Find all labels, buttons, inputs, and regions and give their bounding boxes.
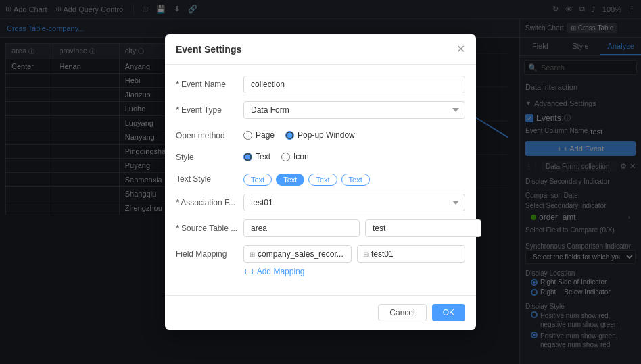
association-row: * Association F... test01 bbox=[176, 194, 465, 211]
source-table-row: * Source Table ... bbox=[176, 219, 465, 237]
text-tag-2[interactable]: Text bbox=[276, 174, 304, 186]
modal-header: Event Settings ✕ bbox=[165, 34, 476, 65]
event-type-row: * Event Type Data Form Link bbox=[176, 101, 465, 119]
modal-footer: Cancel OK bbox=[165, 295, 476, 330]
style-row: Style Text Icon bbox=[176, 149, 465, 162]
style-control: Text Icon bbox=[243, 149, 465, 161]
association-label: * Association F... bbox=[176, 194, 243, 207]
page-label: Page bbox=[256, 130, 275, 140]
text-tag-4[interactable]: Text bbox=[341, 174, 370, 186]
text-radio[interactable] bbox=[243, 153, 252, 161]
text-tag-3[interactable]: Text bbox=[308, 174, 337, 186]
cancel-button[interactable]: Cancel bbox=[378, 304, 426, 321]
source-table-control bbox=[243, 219, 481, 237]
ok-button[interactable]: OK bbox=[432, 304, 465, 321]
modal-body: * Event Name * Event Type Data Form Link bbox=[165, 65, 476, 295]
style-label: Style bbox=[176, 149, 243, 162]
popup-radio[interactable] bbox=[285, 131, 294, 140]
source-table-label: * Source Table ... bbox=[176, 219, 243, 233]
text-style-option[interactable]: Text bbox=[243, 152, 270, 161]
text-tag-1[interactable]: Text bbox=[243, 174, 272, 186]
text-style-control: Text Text Text Text bbox=[243, 170, 465, 186]
open-page-option[interactable]: Page bbox=[243, 130, 275, 140]
field-map-right-icon: ⊞ bbox=[363, 251, 369, 258]
field-map-left: ⊞ company_sales_recor... bbox=[243, 245, 352, 263]
main-layout: Cross Table-company... area ⓘ province ⓘ… bbox=[0, 19, 641, 364]
modal-close-button[interactable]: ✕ bbox=[456, 44, 465, 55]
add-mapping-label: + Add Mapping bbox=[250, 267, 304, 276]
text-style-label: Text Style bbox=[176, 170, 243, 184]
field-mapping-row: Field Mapping ⊞ company_sales_recor... ⊞… bbox=[176, 245, 465, 276]
icon-radio[interactable] bbox=[281, 153, 290, 161]
event-name-control bbox=[243, 76, 465, 93]
association-control: test01 bbox=[243, 194, 465, 211]
association-select[interactable]: test01 bbox=[243, 194, 465, 211]
icon-option-label: Icon bbox=[293, 152, 309, 161]
event-type-control: Data Form Link bbox=[243, 101, 465, 119]
field-map-left-value: company_sales_recor... bbox=[258, 249, 343, 259]
open-method-row: Open method Page Pop-up Window bbox=[176, 127, 465, 140]
field-map-right-value: test01 bbox=[371, 249, 394, 259]
icon-style-option[interactable]: Icon bbox=[281, 152, 309, 161]
add-mapping-icon: + bbox=[243, 267, 248, 276]
field-map-left-icon: ⊞ bbox=[250, 251, 255, 258]
open-method-label: Open method bbox=[176, 127, 243, 140]
text-option-label: Text bbox=[256, 152, 270, 161]
field-mapping-control: ⊞ company_sales_recor... ⊞ test01 + + Ad… bbox=[243, 245, 465, 276]
open-popup-option[interactable]: Pop-up Window bbox=[285, 130, 355, 140]
popup-label: Pop-up Window bbox=[298, 130, 355, 140]
page-radio[interactable] bbox=[243, 131, 252, 140]
source-area-input[interactable] bbox=[243, 219, 360, 237]
text-style-row: Text Style Text Text Text Text bbox=[176, 170, 465, 186]
modal-overlay: Event Settings ✕ * Event Name * Event Ty… bbox=[0, 19, 641, 364]
event-type-select[interactable]: Data Form Link bbox=[243, 101, 465, 119]
field-mapping-label: Field Mapping bbox=[176, 245, 243, 259]
add-mapping-button[interactable]: + + Add Mapping bbox=[243, 267, 465, 276]
event-name-input[interactable] bbox=[243, 76, 465, 93]
event-settings-modal: Event Settings ✕ * Event Name * Event Ty… bbox=[165, 34, 476, 330]
open-method-control: Page Pop-up Window bbox=[243, 127, 465, 140]
field-map-right: ⊞ test01 bbox=[357, 245, 465, 263]
modal-title: Event Settings bbox=[176, 44, 241, 55]
event-name-row: * Event Name bbox=[176, 76, 465, 93]
event-type-label: * Event Type bbox=[176, 101, 243, 115]
field-map-inputs: ⊞ company_sales_recor... ⊞ test01 bbox=[243, 245, 465, 263]
source-test-input[interactable] bbox=[365, 219, 481, 237]
event-name-label: * Event Name bbox=[176, 76, 243, 89]
